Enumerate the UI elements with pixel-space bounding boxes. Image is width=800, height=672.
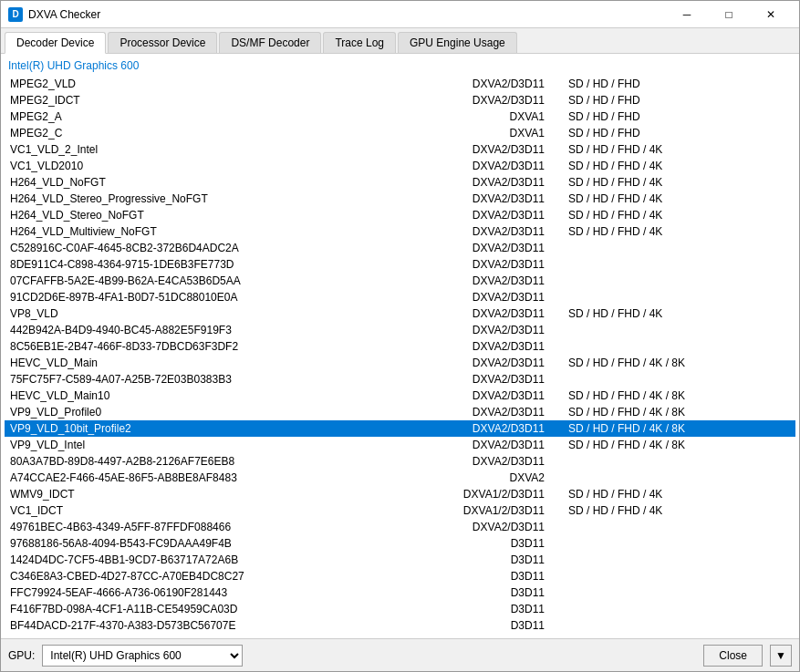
table-row[interactable]: 07CFAFFB-5A2E-4B99-B62A-E4CA53B6D5AADXVA… — [5, 273, 795, 289]
decoder-resolutions — [563, 584, 795, 601]
tab-decoder-device[interactable]: Decoder Device — [5, 32, 106, 54]
table-row[interactable]: H264_VLD_Stereo_NoFGTDXVA2/D3D11SD / HD … — [5, 207, 795, 223]
decoder-name: 2364D06A-F67F-4186-AED0-62B99E1784F1 — [5, 634, 377, 635]
decoder-name: 75FC75F7-C589-4A07-A25B-72E03B0383B3 — [5, 371, 377, 388]
table-row[interactable]: 80A3A7BD-89D8-4497-A2B8-2126AF7E6EB8DXVA… — [5, 453, 795, 470]
decoder-name: HEVC_VLD_Main10 — [5, 388, 377, 404]
decoder-resolutions: SD / HD / FHD / 4K — [563, 305, 795, 322]
decoder-name: BF44DACD-217F-4370-A383-D573BC56707E — [5, 617, 377, 634]
table-row[interactable]: H264_VLD_NoFGTDXVA2/D3D11SD / HD / FHD /… — [5, 174, 795, 191]
decoder-api: DXVA2/D3D11 — [377, 420, 563, 437]
table-row[interactable]: VP9_VLD_IntelDXVA2/D3D11SD / HD / FHD / … — [5, 437, 795, 453]
main-window: D DXVA Checker ─ □ ✕ Decoder Device Proc… — [0, 0, 800, 672]
table-row[interactable]: 8C56EB1E-2B47-466F-8D33-7DBCD63F3DF2DXVA… — [5, 338, 795, 355]
decoder-name: 8DE911C4-C898-4364-9715-1DE6B3FE773D — [5, 256, 377, 273]
minimize-button[interactable]: ─ — [666, 1, 708, 28]
table-row[interactable]: C528916C-C0AF-4645-8CB2-372B6D4ADC2ADXVA… — [5, 240, 795, 256]
table-row[interactable]: MPEG2_CDXVA1SD / HD / FHD — [5, 125, 795, 141]
table-row[interactable]: 8DE911C4-C898-4364-9715-1DE6B3FE773DDXVA… — [5, 256, 795, 273]
table-row[interactable]: MPEG2_IDCTDXVA2/D3D11SD / HD / FHD — [5, 92, 795, 109]
table-row[interactable]: HEVC_VLD_MainDXVA2/D3D11SD / HD / FHD / … — [5, 355, 795, 371]
decoder-resolutions — [563, 617, 795, 634]
tab-bar: Decoder Device Processor Device DS/MF De… — [1, 28, 799, 54]
arrow-button[interactable]: ▼ — [770, 645, 792, 667]
decoder-resolutions: SD / HD / FHD / 4K — [563, 207, 795, 223]
table-row[interactable]: 1424D4DC-7CF5-4BB1-9CD7-B63717A72A6BD3D1… — [5, 552, 795, 568]
table-row[interactable]: H264_VLD_Stereo_Progressive_NoFGTDXVA2/D… — [5, 191, 795, 207]
close-button[interactable]: Close — [703, 645, 763, 667]
table-row[interactable]: MPEG2_VLDDXVA2/D3D11SD / HD / FHD — [5, 76, 795, 92]
table-row[interactable]: VP8_VLDDXVA2/D3D11SD / HD / FHD / 4K — [5, 305, 795, 322]
table-row[interactable]: VP9_VLD_Profile0DXVA2/D3D11SD / HD / FHD… — [5, 404, 795, 420]
close-window-button[interactable]: ✕ — [750, 1, 792, 28]
decoder-name: VC1_VLD_2_Intel — [5, 141, 377, 158]
decoder-name: H264_VLD_Stereo_Progressive_NoFGT — [5, 191, 377, 207]
decoder-table: MPEG2_VLDDXVA2/D3D11SD / HD / FHDMPEG2_I… — [5, 76, 795, 635]
decoder-table-container[interactable]: MPEG2_VLDDXVA2/D3D11SD / HD / FHDMPEG2_I… — [5, 76, 795, 635]
table-row[interactable]: F416F7BD-098A-4CF1-A11B-CE54959CA03DD3D1… — [5, 601, 795, 617]
decoder-resolutions — [563, 371, 795, 388]
maximize-button[interactable]: □ — [708, 1, 750, 28]
decoder-resolutions — [563, 256, 795, 273]
decoder-api: DXVA2/D3D11 — [377, 519, 563, 535]
decoder-name: 97688186-56A8-4094-B543-FC9DAAA49F4B — [5, 535, 377, 552]
decoder-resolutions — [563, 601, 795, 617]
main-content: Intel(R) UHD Graphics 600 MPEG2_VLDDXVA2… — [1, 54, 799, 638]
decoder-resolutions — [563, 470, 795, 486]
window-title: DXVA Checker — [28, 8, 100, 21]
window-controls: ─ □ ✕ — [666, 1, 792, 28]
table-row[interactable]: VC1_IDCTDXVA1/2/D3D11SD / HD / FHD / 4K — [5, 502, 795, 519]
decoder-api: DXVA2/D3D11 — [377, 174, 563, 191]
table-row[interactable]: 91CD2D6E-897B-4FA1-B0D7-51DC88010E0ADXVA… — [5, 289, 795, 305]
decoder-resolutions: SD / HD / FHD — [563, 125, 795, 141]
decoder-api: D3D11 — [377, 601, 563, 617]
decoder-name: 80A3A7BD-89D8-4497-A2B8-2126AF7E6EB8 — [5, 453, 377, 470]
table-row[interactable]: VC1_VLD2010DXVA2/D3D11SD / HD / FHD / 4K — [5, 158, 795, 174]
decoder-api: DXVA2/D3D11 — [377, 92, 563, 109]
table-row[interactable]: 97688186-56A8-4094-B543-FC9DAAA49F4BD3D1… — [5, 535, 795, 552]
table-row[interactable]: 75FC75F7-C589-4A07-A25B-72E03B0383B3DXVA… — [5, 371, 795, 388]
decoder-name: VC1_VLD2010 — [5, 158, 377, 174]
decoder-resolutions — [563, 322, 795, 338]
table-row[interactable]: VP9_VLD_10bit_Profile2DXVA2/D3D11SD / HD… — [5, 420, 795, 437]
tab-gpu-engine-usage[interactable]: GPU Engine Usage — [398, 32, 517, 53]
decoder-api: DXVA2 — [377, 470, 563, 486]
decoder-name: 8C56EB1E-2B47-466F-8D33-7DBCD63F3DF2 — [5, 338, 377, 355]
table-row[interactable]: 442B942A-B4D9-4940-BC45-A882E5F919F3DXVA… — [5, 322, 795, 338]
table-row[interactable]: VC1_VLD_2_IntelDXVA2/D3D11SD / HD / FHD … — [5, 141, 795, 158]
table-row[interactable]: FFC79924-5EAF-4666-A736-06190F281443D3D1… — [5, 584, 795, 601]
table-row[interactable]: MPEG2_ADXVA1SD / HD / FHD — [5, 109, 795, 125]
gpu-label: GPU: — [8, 649, 35, 662]
decoder-resolutions — [563, 552, 795, 568]
decoder-resolutions — [563, 338, 795, 355]
decoder-name: H264_VLD_Stereo_NoFGT — [5, 207, 377, 223]
table-row[interactable]: WMV9_IDCTDXVA1/2/D3D11SD / HD / FHD / 4K — [5, 486, 795, 502]
tab-trace-log[interactable]: Trace Log — [323, 32, 396, 53]
decoder-resolutions — [563, 453, 795, 470]
decoder-resolutions: SD / HD / FHD / 4K — [563, 486, 795, 502]
table-row[interactable]: 2364D06A-F67F-4186-AED0-62B99E1784F1D3D1… — [5, 634, 795, 635]
decoder-api: DXVA1/2/D3D11 — [377, 486, 563, 502]
table-row[interactable]: A74CCAE2-F466-45AE-86F5-AB8BE8AF8483DXVA… — [5, 470, 795, 486]
table-row[interactable]: HEVC_VLD_Main10DXVA2/D3D11SD / HD / FHD … — [5, 388, 795, 404]
decoder-resolutions — [563, 289, 795, 305]
table-row[interactable]: 49761BEC-4B63-4349-A5FF-87FFDF088466DXVA… — [5, 519, 795, 535]
gpu-selector[interactable]: Intel(R) UHD Graphics 600 — [42, 645, 243, 667]
tab-processor-device[interactable]: Processor Device — [108, 32, 217, 53]
decoder-resolutions: SD / HD / FHD / 4K / 8K — [563, 437, 795, 453]
decoder-resolutions — [563, 535, 795, 552]
decoder-name: F416F7BD-098A-4CF1-A11B-CE54959CA03D — [5, 601, 377, 617]
table-row[interactable]: C346E8A3-CBED-4D27-87CC-A70EB4DC8C27D3D1… — [5, 568, 795, 584]
decoder-api: DXVA2/D3D11 — [377, 191, 563, 207]
decoder-name: H264_VLD_Multiview_NoFGT — [5, 223, 377, 240]
decoder-name: VP9_VLD_Profile0 — [5, 404, 377, 420]
decoder-resolutions: SD / HD / FHD / 4K — [563, 191, 795, 207]
decoder-api: D3D11 — [377, 535, 563, 552]
tab-ds-mf-decoder[interactable]: DS/MF Decoder — [219, 32, 321, 53]
decoder-name: H264_VLD_NoFGT — [5, 174, 377, 191]
decoder-api: DXVA2/D3D11 — [377, 404, 563, 420]
decoder-name: A74CCAE2-F466-45AE-86F5-AB8BE8AF8483 — [5, 470, 377, 486]
decoder-name: HEVC_VLD_Main — [5, 355, 377, 371]
table-row[interactable]: H264_VLD_Multiview_NoFGTDXVA2/D3D11SD / … — [5, 223, 795, 240]
table-row[interactable]: BF44DACD-217F-4370-A383-D573BC56707ED3D1… — [5, 617, 795, 634]
